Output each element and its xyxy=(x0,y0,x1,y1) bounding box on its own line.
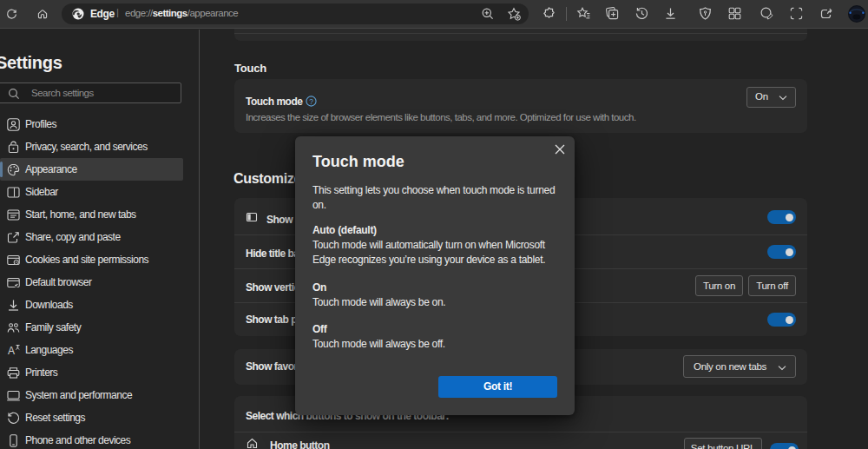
svg-text:?: ? xyxy=(309,97,313,106)
svg-text:A: A xyxy=(8,345,15,357)
